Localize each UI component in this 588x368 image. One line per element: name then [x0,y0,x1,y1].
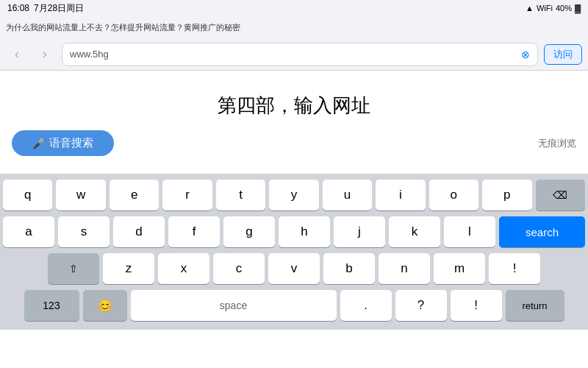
key-row-1: q w e r t y u i o p ⌫ [3,180,585,210]
key-f[interactable]: f [168,216,220,247]
key-e[interactable]: e [110,180,159,210]
page-content: 第四部，输入网址 🎤 语音搜索 无痕浏览 [0,71,588,174]
key-y[interactable]: y [269,180,318,210]
key-g[interactable]: g [223,216,275,247]
key-o[interactable]: o [429,180,478,210]
reload-button[interactable]: ⊗ [521,49,530,60]
return-key[interactable]: return [506,290,564,321]
key-k[interactable]: k [389,216,440,247]
key-r[interactable]: r [162,180,212,210]
signal-icon: ▲ [526,4,534,13]
key-v[interactable]: v [268,253,320,284]
key-p[interactable]: p [482,180,531,210]
key-row-4: 123 😊 space . ? ! return [3,290,585,321]
wifi-icon: WiFi [537,4,553,13]
key-c[interactable]: c [213,253,265,284]
backspace-key[interactable]: ⌫ [536,180,585,210]
address-text[interactable]: www.5hg [70,49,517,60]
key-n[interactable]: n [379,253,430,284]
voice-search-label: 语音搜索 [49,136,93,150]
key-w[interactable]: w [56,180,105,210]
key-exclaim[interactable]: ! [489,253,540,284]
key-x[interactable]: x [158,253,209,284]
shift-key[interactable]: ⇧ [48,253,99,284]
key-s[interactable]: s [58,216,110,247]
forward-button[interactable]: › [34,43,56,66]
browser-toolbar: ‹ › www.5hg ⊗ 访问 [0,38,588,71]
date: 7月28日周日 [34,2,84,15]
status-right: ▲ WiFi 40% ▓ [526,4,581,13]
key-j[interactable]: j [334,216,385,247]
key-z[interactable]: z [103,253,154,284]
key-d[interactable]: d [113,216,165,247]
status-bar: 16:08 7月28日周日 ▲ WiFi 40% ▓ [0,0,588,16]
key-a[interactable]: a [3,216,54,247]
page-tab-text[interactable]: 为什么我的网站流量上不去？怎样提升网站流量？黄网推广的秘密 [0,22,588,33]
keyboard: q w e r t y u i o p ⌫ a s d f g h j k l … [0,174,588,330]
status-left: 16:08 7月28日周日 [7,2,84,15]
voice-search-row: 🎤 语音搜索 无痕浏览 [0,130,588,156]
emoji-key[interactable]: 😊 [83,290,127,321]
battery-label: 40% [556,4,572,13]
space-key[interactable]: space [131,290,337,321]
visit-button[interactable]: 访问 [544,44,582,65]
key-exclaim2[interactable]: ! [451,290,502,321]
key-q[interactable]: q [3,180,52,210]
page-title: 第四部，输入网址 [218,93,370,118]
battery-icon: ▓ [575,4,581,13]
search-key[interactable]: search [499,216,585,247]
key-row-2: a s d f g h j k l search [3,216,585,247]
address-bar[interactable]: www.5hg ⊗ [62,43,538,66]
page-tab-bar: 为什么我的网站流量上不去？怎样提升网站流量？黄网推广的秘密 [0,16,588,38]
key-dot[interactable]: . [340,290,392,321]
key-i[interactable]: i [376,180,425,210]
key-l[interactable]: l [444,216,495,247]
mic-icon: 🎤 [32,138,45,149]
incognito-label: 无痕浏览 [538,137,576,150]
key-u[interactable]: u [323,180,372,210]
key-b[interactable]: b [323,253,375,284]
time: 16:08 [7,3,29,13]
key-t[interactable]: t [216,180,265,210]
back-button[interactable]: ‹ [6,43,28,66]
key-m[interactable]: m [434,253,485,284]
voice-search-button[interactable]: 🎤 语音搜索 [12,130,114,156]
numbers-key[interactable]: 123 [24,290,79,321]
key-row-3: ⇧ z x c v b n m ! [3,253,585,284]
key-question[interactable]: ? [395,290,447,321]
key-h[interactable]: h [279,216,330,247]
